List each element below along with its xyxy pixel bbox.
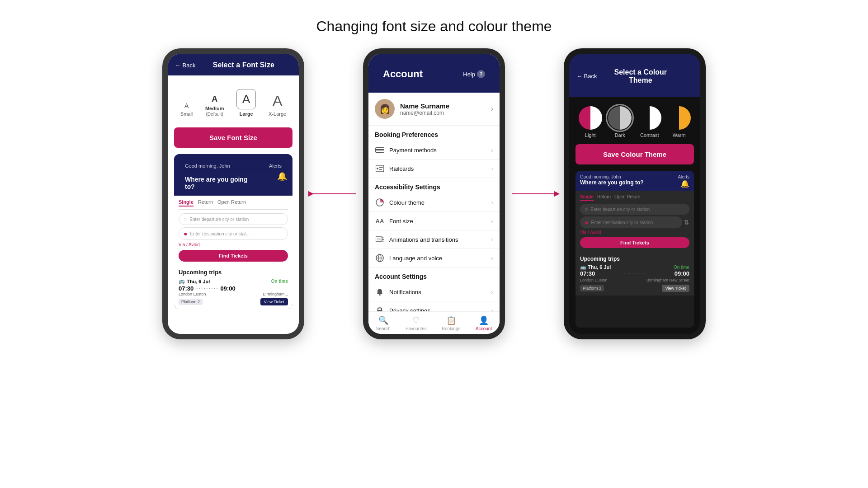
on-time-badge: On time	[271, 279, 288, 284]
help-label: Help	[463, 71, 475, 78]
font-medium-letter: A	[212, 94, 217, 104]
payment-icon	[375, 146, 385, 154]
dark-dep-station: London Euston	[580, 278, 608, 282]
font-medium[interactable]: A Medium(Default)	[205, 94, 224, 117]
mini-dark-destination[interactable]: ● Enter destination city or station	[580, 216, 682, 228]
phones-container: ← Back Select a Font Size A Small A Medi…	[162, 48, 706, 339]
dark-departure-placeholder: Enter departure city or station	[590, 207, 650, 212]
warm-theme-circle	[667, 106, 691, 130]
font-small-label: Small	[180, 111, 193, 117]
save-font-button[interactable]: Save Font Size	[174, 127, 292, 148]
privacy-chevron: ›	[491, 307, 493, 311]
svg-rect-7	[377, 238, 381, 240]
phone-font-screen: ← Back Select a Font Size A Small A Medi…	[168, 54, 299, 334]
font-nav-title: Select a Font Size	[196, 61, 292, 69]
mini-departure-input[interactable]: ○ Enter departure city or station	[179, 213, 288, 225]
font-options: A Small A Medium(Default) A Large	[174, 84, 292, 121]
arrival-station: Birmingham...	[263, 292, 288, 296]
font-large-letter: A	[242, 92, 250, 106]
dark-theme-label: Dark	[615, 132, 625, 138]
profile-row[interactable]: 👩 Name Surname name@email.com ›	[368, 93, 500, 126]
nav-account[interactable]: 👤 Account	[476, 315, 492, 331]
font-size-item[interactable]: AA Font size ›	[368, 212, 500, 230]
mini-dark-departure[interactable]: ○ Enter departure city or station	[580, 204, 689, 215]
trip-stations: London Euston Birmingham...	[179, 292, 288, 296]
departure-station: London Euston	[179, 292, 206, 296]
account-nav-bar: Account Help ?	[368, 54, 500, 93]
mini-greeting: Good morning, John	[179, 159, 264, 171]
font-xlarge[interactable]: A X-Large	[269, 93, 286, 117]
nav-search[interactable]: 🔍 Search	[376, 315, 391, 331]
animations-label: Animations and transitions	[389, 236, 486, 243]
font-large-label: Large	[240, 111, 253, 117]
bell-menu-icon	[375, 288, 385, 296]
tab-open-return[interactable]: Open Return	[217, 199, 246, 206]
payment-chevron: ›	[491, 146, 493, 154]
font-size-body: A Small A Medium(Default) A Large	[168, 75, 299, 334]
view-ticket-button[interactable]: View Ticket	[260, 298, 288, 305]
profile-info: Name Surname name@email.com	[400, 102, 449, 116]
colour-screen: ← Back Select a Colour Theme Light	[569, 54, 700, 334]
payment-methods-item[interactable]: Payment methods ›	[368, 141, 500, 160]
dark-find-tickets-button[interactable]: Find Tickets	[580, 237, 689, 248]
help-button[interactable]: Help ?	[456, 63, 492, 84]
animations-item[interactable]: Animations and transitions ›	[368, 230, 500, 249]
dark-stations: London Euston Birmingham New Street	[580, 278, 689, 282]
mini-destination-input[interactable]: ● Enter destination city or stat...	[179, 227, 288, 240]
font-icon: AA	[375, 217, 385, 225]
svg-line-8	[382, 237, 383, 238]
back-button[interactable]: ← Back	[175, 62, 196, 69]
tab-return[interactable]: Return	[198, 199, 213, 206]
font-medium-label: Medium(Default)	[205, 106, 224, 117]
bottom-nav: 🔍 Search ♡ Favourites 📋 Bookings 👤 Accou…	[368, 311, 500, 334]
nav-favourites[interactable]: ♡ Favourites	[406, 315, 427, 331]
account-nav-label: Account	[476, 326, 492, 331]
dark-trip-date-row: 🚌 Thu, 6 Jul On time	[580, 264, 689, 270]
destination-placeholder: Enter destination city or stat...	[190, 231, 250, 236]
dark-trip-bottom: Platform 2 View Ticket	[580, 285, 689, 292]
colour-theme-chevron: ›	[491, 199, 493, 206]
colour-back-button[interactable]: ← Back	[576, 73, 597, 80]
railcards-item[interactable]: Railcards ›	[368, 160, 500, 178]
dark-view-ticket-button[interactable]: View Ticket	[662, 285, 689, 292]
dark-trips-title: Upcoming trips	[580, 256, 689, 262]
font-small[interactable]: A Small	[180, 102, 193, 117]
font-xlarge-label: X-Large	[269, 111, 286, 117]
font-small-letter: A	[184, 102, 189, 109]
profile-name: Name Surname	[400, 102, 449, 110]
railcards-label: Railcards	[389, 165, 486, 172]
save-colour-button[interactable]: Save Colour Theme	[576, 144, 694, 164]
notifications-item[interactable]: Notifications ›	[368, 283, 500, 301]
light-theme-label: Light	[585, 132, 596, 138]
mini-search: Single Return Open Return ○ Enter depart…	[174, 196, 292, 265]
light-theme-circle	[579, 106, 602, 130]
dark-tab-open-return[interactable]: Open Return	[614, 194, 640, 201]
help-icon: ?	[477, 70, 485, 78]
svg-point-2	[377, 168, 378, 169]
mini-dark-search: Single Return Open Return ○ Enter depart…	[576, 191, 694, 252]
dark-tab-return[interactable]: Return	[597, 194, 611, 201]
theme-dark[interactable]: Dark	[608, 106, 632, 138]
font-large[interactable]: A Large	[236, 89, 256, 117]
privacy-item[interactable]: Privacy settings ›	[368, 301, 500, 311]
mini-dark-header: Good morning, John Where are you going t…	[576, 171, 694, 191]
colour-icon	[375, 199, 385, 206]
dark-tab-single[interactable]: Single	[580, 194, 594, 201]
bookings-nav-label: Bookings	[442, 326, 460, 331]
dark-trip-times: 07:30 · · · · · · · · · 09:00	[580, 270, 689, 277]
booking-prefs-header: Booking Preferences	[368, 126, 500, 141]
language-item[interactable]: Language and voice ›	[368, 249, 500, 267]
colour-theme-item[interactable]: Colour theme ›	[368, 193, 500, 212]
nav-bookings[interactable]: 📋 Bookings	[442, 315, 460, 331]
via-avoid-link[interactable]: Via / Avoid	[179, 242, 288, 247]
dark-via-link[interactable]: Via / Avoid	[580, 230, 689, 235]
swap-icon[interactable]: ⇅	[684, 219, 689, 226]
bell-icon: 🔔	[264, 171, 287, 181]
theme-light[interactable]: Light	[579, 106, 602, 138]
tab-single[interactable]: Single	[179, 199, 193, 206]
colour-nav-bar: ← Back Select a Colour Theme	[569, 54, 700, 97]
dark-trip-date: 🚌 Thu, 6 Jul	[580, 264, 611, 270]
find-tickets-button[interactable]: Find Tickets	[179, 250, 288, 262]
theme-contrast[interactable]: Contrast	[638, 106, 661, 138]
theme-warm[interactable]: Warm	[667, 106, 691, 138]
